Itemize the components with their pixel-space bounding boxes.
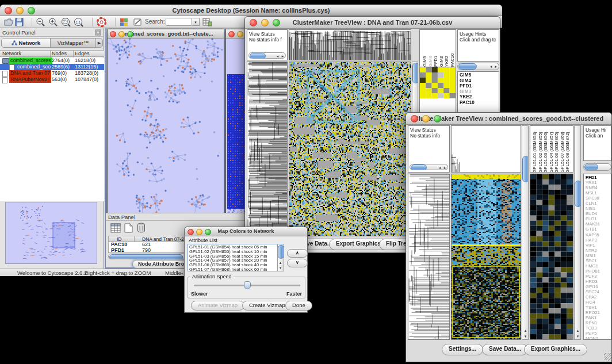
column-header-nodes[interactable]: Nodes (52, 51, 67, 56)
treeview2-row-dendrogram[interactable] (408, 174, 450, 340)
scrollbar-thumb[interactable] (109, 254, 183, 259)
gene-label[interactable]: PHO81 (586, 269, 611, 274)
gene-label[interactable]: NIS1 (586, 206, 611, 211)
scrollbar-thumb[interactable] (522, 156, 529, 182)
minimize-button[interactable] (196, 229, 202, 235)
network-table-row[interactable]: RNAPuberNov2+563(0)107847(0) (0, 76, 104, 83)
minimize-button[interactable] (118, 31, 125, 37)
create-vizmap-button[interactable]: Create Vizmap (242, 301, 292, 311)
scrollbar-thumb[interactable] (412, 63, 418, 83)
zoom-button[interactable] (273, 19, 280, 26)
treeview2-column-dendrogram[interactable] (451, 125, 521, 173)
network-table-row[interactable]: DNA and Tran 07769(0)183728(0) (0, 70, 104, 76)
import-table-icon[interactable] (202, 18, 212, 26)
gene-label[interactable]: PUF3 (586, 274, 611, 279)
settings-button[interactable]: Settings... (442, 344, 483, 355)
column-label[interactable]: GPL51-04 (GSM857) (549, 127, 554, 173)
done-button[interactable]: Done (285, 301, 312, 311)
gene-label[interactable]: GIM3 (460, 89, 499, 95)
scrollbar-thumb[interactable] (411, 164, 427, 170)
treeview2-v-scrollbar[interactable]: ▴▾ (522, 125, 529, 340)
scrollbar-thumb[interactable] (458, 63, 477, 70)
column-label[interactable]: GPL51-07 (GSM868) (560, 127, 565, 173)
gene-label[interactable]: RPN1 (586, 320, 611, 325)
column-header-network[interactable]: Network (2, 51, 21, 56)
gene-label[interactable]: HMG1 (586, 263, 611, 269)
scrollbar-thumb[interactable] (575, 181, 581, 207)
column-label[interactable]: GPL51-06 (GSM865) (554, 127, 560, 173)
column-label[interactable]: GPL51-08 (GSM872) (565, 127, 571, 173)
view-status-h-scrollbar[interactable]: ◂▸ (248, 52, 286, 59)
zoom-button[interactable] (127, 31, 133, 37)
column-label[interactable]: YKE2 (444, 31, 450, 67)
gene-label[interactable]: PFD1 (586, 175, 611, 180)
move-down-button[interactable]: ∨ (287, 259, 308, 267)
column-label[interactable]: PAC10 (450, 31, 456, 67)
column-label[interactable]: GIM3 (439, 31, 445, 67)
treeview1-labels-h-scrollbar[interactable]: ◂▸ (457, 63, 499, 70)
close-button[interactable] (411, 115, 418, 122)
zoom-fit-icon[interactable]: 1:1 (74, 17, 83, 27)
zoom-button[interactable] (434, 115, 441, 122)
network-view-window[interactable]: combined_scores_good.txt--cluste... (107, 29, 224, 214)
network-view-canvas[interactable] (108, 39, 224, 214)
zoom-out-icon[interactable] (36, 17, 45, 27)
gene-label[interactable]: MAK31 (586, 221, 611, 227)
main-window-titlebar[interactable]: Cytoscape Desktop (Session Name: collins… (0, 5, 502, 16)
minimize-button[interactable] (237, 31, 243, 37)
treeview1-zoom-heatmap[interactable] (420, 67, 456, 98)
view-status-h-scrollbar[interactable]: ◂▸ (410, 164, 448, 170)
gene-label[interactable]: PAC10 (460, 100, 499, 106)
minimize-button[interactable] (16, 7, 24, 14)
zoom-button[interactable] (28, 7, 35, 14)
gene-label[interactable]: YSH1 (586, 305, 611, 310)
gene-label[interactable]: CLN1 (586, 201, 611, 206)
column-label[interactable]: GPL51-02 (GSM855) (538, 127, 544, 173)
gene-label[interactable]: MON2 (586, 336, 611, 340)
float-panel-icon[interactable] (95, 29, 101, 36)
attribute-list-v-scrollbar[interactable]: ▴▾ (277, 244, 284, 271)
gene-label[interactable]: PAN1 (586, 315, 611, 320)
close-button[interactable] (188, 229, 194, 235)
tab-overflow-button[interactable]: ▶ (96, 39, 102, 47)
close-button[interactable] (228, 31, 235, 37)
close-button[interactable] (110, 31, 116, 37)
close-button[interactable] (5, 7, 12, 14)
scrollbar-thumb[interactable] (278, 245, 284, 259)
treeview1-titlebar[interactable]: ClusterMaker TreeView : DNA and Tran 07-… (245, 17, 500, 29)
gene-label[interactable]: HAP3 (586, 237, 611, 243)
network-overview-canvas[interactable] (6, 202, 97, 263)
move-up-button[interactable]: ∧ (287, 249, 308, 258)
tab-network[interactable]: Network (2, 39, 51, 47)
gene-label[interactable]: FIG4 (586, 300, 611, 305)
new-attribute-icon[interactable] (124, 223, 133, 233)
gene-label[interactable]: NTR2 (586, 248, 611, 253)
gene-label[interactable]: RPO21 (586, 310, 611, 315)
network-table-row[interactable]: combined_sco2569(6)13112(15) (0, 64, 104, 70)
gene-label[interactable]: GIM4 (460, 78, 499, 84)
minimize-button[interactable] (422, 115, 430, 122)
treeview2-heatmap[interactable] (451, 174, 521, 340)
save-icon[interactable] (15, 18, 24, 26)
gene-label[interactable]: TCB3 (586, 325, 611, 331)
gene-label[interactable]: SEC24 (586, 289, 611, 294)
search-input[interactable] (166, 18, 192, 26)
column-label[interactable]: GPL51-01 (GSM854) (532, 127, 538, 173)
gene-label[interactable]: MSL1 (586, 190, 611, 196)
gene-label[interactable]: GPI16 (586, 284, 611, 289)
gene-label[interactable]: GTB1 (586, 227, 611, 232)
gene-label[interactable]: VIP1 (586, 243, 611, 248)
gene-label[interactable]: PEP5 (586, 331, 611, 336)
column-label[interactable]: GPL51-03 (GSM856) (543, 127, 549, 173)
open-icon[interactable] (4, 18, 14, 26)
attribute-table-icon[interactable] (110, 223, 121, 233)
gene-label[interactable]: ELG1 (586, 216, 611, 221)
tab-vizmapper[interactable]: VizMapper™ (51, 39, 96, 47)
dialog-titlebar[interactable]: Map Colors to Network (185, 227, 307, 236)
attribute-list[interactable]: GPL51-01 (GSM854) heat shock 05 minGPL51… (188, 244, 284, 271)
column-label[interactable]: GIM5 (422, 31, 428, 67)
gene-label[interactable]: RNR4 (586, 185, 611, 190)
gene-label[interactable]: CPA2 (586, 294, 611, 300)
search-dropdown-arrow-icon[interactable]: ▾ (192, 18, 200, 26)
gene-label[interactable]: YRA1 (586, 180, 611, 185)
